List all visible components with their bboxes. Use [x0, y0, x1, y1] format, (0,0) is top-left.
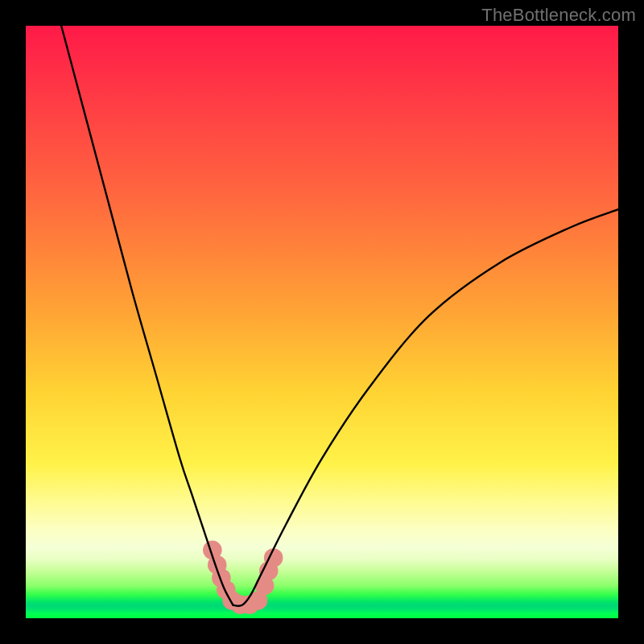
plot-area	[26, 26, 618, 618]
marker-layer	[203, 541, 283, 614]
curve-right-branch	[233, 209, 618, 606]
chart-svg	[26, 26, 618, 618]
curve-left-branch	[61, 26, 233, 605]
outer-frame: TheBottleneck.com	[0, 0, 644, 644]
watermark-text: TheBottleneck.com	[481, 5, 636, 26]
